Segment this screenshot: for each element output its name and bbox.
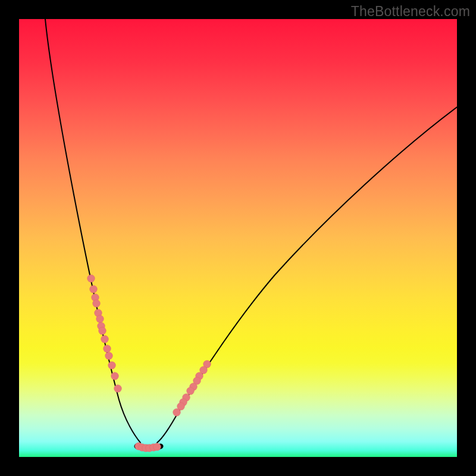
data-point bbox=[105, 352, 113, 360]
chart-frame: TheBottleneck.com bbox=[0, 0, 476, 476]
data-point bbox=[99, 327, 107, 335]
data-point bbox=[90, 286, 98, 293]
curve-right-curve bbox=[157, 107, 457, 443]
plot-area bbox=[19, 19, 457, 457]
data-point bbox=[93, 300, 101, 308]
data-point bbox=[101, 336, 109, 343]
data-point bbox=[96, 315, 104, 323]
curve-overlay bbox=[19, 19, 457, 457]
data-point bbox=[111, 372, 119, 380]
data-point bbox=[173, 409, 181, 416]
data-point bbox=[114, 385, 122, 393]
watermark-text: TheBottleneck.com bbox=[351, 4, 470, 20]
data-point bbox=[104, 345, 111, 353]
data-point bbox=[187, 387, 195, 395]
data-point bbox=[87, 275, 95, 283]
data-point bbox=[108, 362, 116, 369]
data-point bbox=[154, 443, 161, 451]
curve-left-curve bbox=[45, 19, 140, 443]
